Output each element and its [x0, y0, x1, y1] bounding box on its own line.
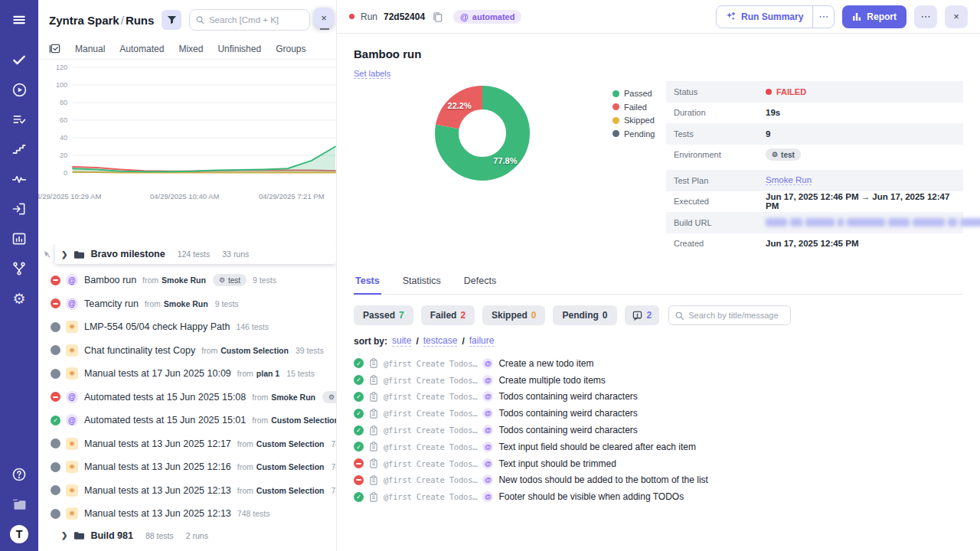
close-run-button[interactable]: × [945, 5, 968, 28]
runs-icon[interactable] [10, 80, 28, 99]
import-icon[interactable] [10, 200, 28, 218]
clipboard-icon-wrap [369, 458, 378, 468]
select-all-icon[interactable] [49, 43, 60, 54]
tab-tests[interactable]: Tests [354, 271, 381, 295]
manual-run-icon: ✳ [66, 507, 78, 520]
test-row[interactable]: ✓@first Create Todos…@Create multiple to… [354, 372, 963, 389]
test-row[interactable]: ✓@first Create Todos…@Create a new todo … [354, 355, 963, 372]
tab-manual[interactable]: Manual [75, 44, 105, 54]
run-list-item[interactable]: @Teamcity runfromSmoke Run9 tests [38, 292, 336, 316]
sort-by-testcase-link[interactable]: testcase [423, 335, 458, 347]
tab-statistics[interactable]: Statistics [401, 271, 443, 294]
test-title: Text input field should be cleared after… [498, 442, 695, 452]
search-icon-wrap [675, 311, 684, 320]
run-detail-panel: Run 72d52404 @ automated Run Summary ⋯ [337, 0, 980, 551]
clipboard-icon-wrap [369, 392, 378, 402]
check-glyph: ✓ [356, 360, 361, 367]
run-list-item[interactable]: @Bamboo runfromSmoke Run⚙test9 tests [38, 269, 336, 292]
run-status-finished-icon [51, 439, 60, 448]
environment-name: test [781, 151, 795, 159]
steps-icon[interactable] [10, 140, 28, 158]
automated-run-icon: @ [66, 274, 78, 286]
run-name: Chat functinality test Copy [84, 345, 195, 356]
milestone-folder-row[interactable]: ❯Bravo milestone124 tests33 runs [38, 244, 336, 264]
test-row[interactable]: ✓@first Create Todos…@Footer should be v… [354, 488, 963, 505]
filter-passed-button[interactable]: Passed7 [354, 305, 413, 325]
clipboard-icon-wrap [369, 475, 378, 485]
test-row[interactable]: ✓@first Create Todos…@Text input field s… [354, 439, 963, 455]
tab-groups[interactable]: Groups [276, 44, 305, 54]
run-list-item[interactable]: ✳Manual tests at 13 Jun 2025 12:17fromCu… [38, 432, 336, 456]
run-list-item[interactable]: ✳LMP-554 05/04 check Happy Path146 tests [38, 315, 336, 339]
menu-icon[interactable] [10, 11, 28, 29]
filter-failed-button[interactable]: Failed2 [421, 305, 475, 325]
tab-unfinished[interactable]: Unfinished [217, 44, 261, 54]
run-list-item[interactable]: ✓@Automated tests at 15 Jun 2025 15:01fr… [38, 409, 336, 432]
detail-label: Executed [666, 197, 766, 206]
chevron-right-icon[interactable]: ❯ [61, 250, 67, 259]
report-button[interactable]: Report [842, 5, 906, 28]
branches-icon[interactable] [10, 259, 28, 278]
clipboard-icon-wrap [369, 375, 378, 385]
test-title: Todos containing weird characters [498, 425, 637, 435]
trend-chart-svg: 120100806040200 [38, 60, 337, 188]
comments-filter-button[interactable]: 2 [625, 305, 660, 325]
sort-by-failure-link[interactable]: failure [469, 335, 495, 347]
run-list-item[interactable]: ✳Manual tests at 13 Jun 2025 12:16fromCu… [38, 455, 336, 479]
test-row[interactable]: @first Create Todos…@Text input should b… [354, 455, 963, 472]
test-title: New todos should be added to the bottom … [498, 474, 708, 485]
detail-label: Tests [666, 129, 766, 139]
panel-close-button[interactable]: × [314, 8, 334, 28]
test-row[interactable]: ✓@first Create Todos…@Todos containing w… [354, 405, 963, 422]
run-summary-button[interactable]: Run Summary [717, 6, 812, 28]
legend-label: Failed [624, 103, 647, 112]
manual-run-icon: ✳ [66, 344, 78, 357]
legend-item-skipped: Skipped [612, 116, 655, 125]
environment-badge: ⚙test [766, 148, 801, 161]
run-list-item[interactable]: ✳Manual tests at 13 Jun 2025 12:13fromCu… [38, 479, 336, 503]
manual-run-icon: ✳ [66, 461, 78, 473]
chevron-right-icon[interactable]: ❯ [61, 531, 67, 540]
set-labels-link[interactable]: Set labels [354, 69, 390, 79]
test-row[interactable]: ✓@first Create Todos…@Todos containing w… [354, 422, 963, 439]
tab-mixed[interactable]: Mixed [178, 44, 203, 54]
copy-run-id-button[interactable] [431, 11, 444, 22]
test-title: Footer should be visible when adding TOD… [498, 491, 684, 502]
manual-run-icon: ✳ [66, 321, 78, 333]
detail-row-environment: Environment⚙test [666, 145, 963, 166]
detail-label: Status [666, 87, 766, 96]
run-list-item[interactable]: ✳Manual tests at 17 Jun 2025 10:09frompl… [38, 362, 336, 386]
tests-icon[interactable] [10, 51, 28, 69]
runs-search-input[interactable] [209, 15, 303, 24]
test-row[interactable]: @first Create Todos…@New todos should be… [354, 472, 963, 489]
check-glyph: ✓ [53, 417, 58, 424]
sort-by-suite-link[interactable]: suite [392, 335, 411, 347]
test-plans-icon[interactable] [10, 110, 28, 129]
run-list-item[interactable]: ✳Chat functinality test CopyfromCustom S… [38, 339, 336, 363]
projects-icon[interactable] [10, 495, 28, 514]
settings-icon[interactable]: ⚙ [10, 289, 28, 308]
run-list-item[interactable]: @Automated tests at 15 Jun 2025 15:08fro… [38, 386, 336, 409]
filter-pending-button[interactable]: Pending0 [553, 305, 616, 325]
legend-dot [612, 103, 619, 110]
more-actions-button[interactable]: ⋯ [914, 5, 937, 28]
tab-defects[interactable]: Defects [462, 271, 498, 294]
analytics-icon[interactable] [10, 230, 28, 248]
tests-search-input[interactable] [688, 311, 784, 320]
tab-automated[interactable]: Automated [119, 44, 164, 54]
folder-card: ❯Bravo milestone124 tests33 runs [55, 244, 336, 264]
filter-skipped-button[interactable]: Skipped0 [482, 305, 545, 325]
app-logo[interactable]: T [10, 525, 28, 543]
test-plan-link[interactable]: Smoke Run [766, 175, 812, 185]
run-summary-more-button[interactable]: ⋯ [812, 6, 834, 28]
milestone-folder-row[interactable]: ❯Build 98188 tests2 runs [38, 526, 336, 546]
run-list-item[interactable]: ✳Manual tests at 13 Jun 2025 12:13748 te… [38, 502, 336, 526]
run-status-failed-icon [51, 298, 60, 308]
pulse-icon[interactable] [10, 170, 28, 188]
automated-test-icon: @ [482, 408, 493, 419]
automated-run-icon: @ [66, 391, 78, 403]
run-status-finished-icon [51, 485, 60, 495]
filter-button[interactable] [162, 10, 181, 30]
help-icon[interactable] [10, 465, 28, 484]
test-row[interactable]: ✓@first Create Todos…@Todos containing w… [354, 389, 963, 406]
